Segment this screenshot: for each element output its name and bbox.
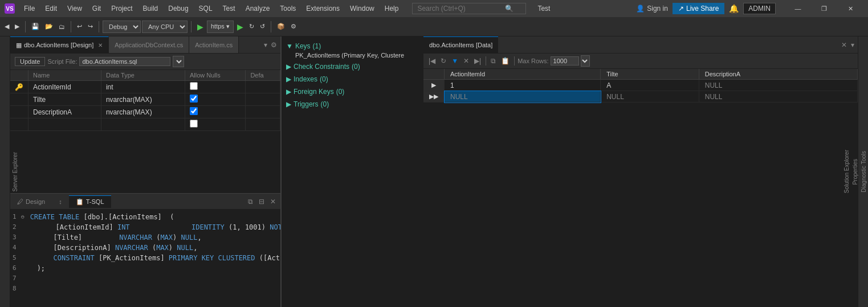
data-tab-dropdown[interactable]: ▾ xyxy=(850,40,855,50)
col-allownulls-cell[interactable] xyxy=(185,118,246,131)
table-row[interactable]: Tilte nvarchar(MAX) xyxy=(10,93,280,106)
table-row[interactable]: 🔑 ActionItemId int xyxy=(10,81,280,93)
col-allownulls-cell[interactable] xyxy=(185,81,246,93)
tab-settings-button[interactable]: ⚙ xyxy=(270,40,278,50)
minimize-button[interactable]: — xyxy=(785,0,811,17)
data-cell-descriptiona-1[interactable]: NULL xyxy=(699,80,857,91)
menu-help[interactable]: Help xyxy=(380,3,404,14)
start-debug-button[interactable]: ▶ xyxy=(195,19,206,34)
play-button-2[interactable]: ▶ xyxy=(235,19,246,34)
update-button[interactable]: Update xyxy=(15,57,45,66)
col-default-cell[interactable] xyxy=(246,106,280,118)
tab-design-actionitems[interactable]: ▦ dbo.ActionItems [Design] ✕ xyxy=(10,36,109,54)
allownulls-checkbox[interactable] xyxy=(190,82,198,90)
tab-tsql[interactable]: 📋 T-SQL xyxy=(69,195,111,208)
menu-file[interactable]: File xyxy=(19,3,39,14)
menu-view[interactable]: View xyxy=(63,3,87,14)
toolbar-nav-forward[interactable]: ▶ xyxy=(13,19,22,34)
menu-build[interactable]: Build xyxy=(138,3,163,14)
git-button[interactable]: ⚙ xyxy=(288,19,299,34)
notifications-icon[interactable]: 🔔 xyxy=(729,4,739,13)
col-name-cell[interactable]: Tilte xyxy=(28,93,101,106)
live-share-button[interactable]: ↗ Live Share xyxy=(673,3,724,14)
col-header-tilte[interactable]: Tilte xyxy=(601,69,699,80)
script-file-select[interactable]: ▾ xyxy=(173,56,184,67)
solution-explorer-label[interactable]: Solution Explorer xyxy=(842,145,851,198)
script-file-input[interactable] xyxy=(79,57,170,66)
data-cell-descriptiona-new[interactable]: NULL xyxy=(699,91,857,103)
max-rows-select[interactable] xyxy=(581,55,590,67)
col-name-cell[interactable]: DescriptionA xyxy=(28,106,101,118)
sql-editor[interactable]: 1 2 3 4 5 6 7 8 ⊖ xyxy=(10,210,280,307)
data-script[interactable]: 📋 xyxy=(499,56,511,66)
col-default-cell[interactable] xyxy=(246,118,280,131)
data-filter[interactable]: ▼ xyxy=(450,56,460,66)
https-selector[interactable]: https ▾ xyxy=(207,21,234,33)
tab-design[interactable]: 🖊 Design xyxy=(10,196,52,207)
menu-test[interactable]: Test xyxy=(218,3,240,14)
data-row-1[interactable]: ▶ 1 A NULL xyxy=(423,80,858,91)
tab-sort[interactable]: ↕ xyxy=(52,196,69,207)
col-datatype-cell[interactable]: nvarchar(MAX) xyxy=(101,93,185,106)
data-filter-clear[interactable]: ✕ xyxy=(462,56,471,66)
server-explorer-label[interactable]: Server Explorer xyxy=(11,148,19,196)
sql-expand-button[interactable]: ⧉ xyxy=(246,197,255,207)
menu-debug[interactable]: Debug xyxy=(164,3,193,14)
data-refresh[interactable]: ↻ xyxy=(439,56,448,66)
toolbar-save-all[interactable]: 🗂 xyxy=(56,19,67,34)
allownulls-checkbox[interactable] xyxy=(190,107,198,115)
data-row-new[interactable]: ▶▶ NULL NULL NULL xyxy=(423,91,858,103)
data-cell-tilte-new[interactable]: NULL xyxy=(601,91,699,103)
tab-dropdown-button[interactable]: ▾ xyxy=(263,40,268,50)
foreign-keys-title[interactable]: ▶ Foreign Keys (0) xyxy=(286,87,419,97)
close-design-tab[interactable]: ✕ xyxy=(98,42,103,48)
check-constraints-title[interactable]: ▶ Check Constraints (0) xyxy=(286,62,419,72)
publish-button[interactable]: 📦 xyxy=(275,19,287,34)
toolbar-redo[interactable]: ↪ xyxy=(85,19,95,34)
col-allownulls-cell[interactable] xyxy=(185,93,246,106)
keys-section-title[interactable]: ▼ Keys (1) xyxy=(286,41,419,51)
data-expand[interactable]: ⧉ xyxy=(489,56,498,66)
menu-extensions[interactable]: Extensions xyxy=(301,3,344,14)
pk-entry[interactable]: PK_ActionItems (Primary Key, Clustere xyxy=(286,51,419,59)
search-input[interactable] xyxy=(417,5,503,13)
attach-button[interactable]: ↺ xyxy=(258,19,267,34)
col-default-cell[interactable] xyxy=(246,93,280,106)
refresh-button[interactable]: ↻ xyxy=(247,19,256,34)
triggers-title[interactable]: ▶ Triggers (0) xyxy=(286,99,419,109)
col-name-cell[interactable] xyxy=(28,118,101,131)
menu-window[interactable]: Window xyxy=(345,3,379,14)
menu-git[interactable]: Git xyxy=(88,3,105,14)
col-datatype-cell[interactable] xyxy=(101,118,185,131)
col-header-descriptiona[interactable]: DescriptionA xyxy=(699,69,857,80)
close-button[interactable]: ✕ xyxy=(837,0,863,17)
menu-project[interactable]: Project xyxy=(107,3,137,14)
allownulls-checkbox[interactable] xyxy=(190,120,198,128)
platform-select[interactable]: Any CPU xyxy=(142,21,188,33)
indexes-title[interactable]: ▶ Indexes (0) xyxy=(286,74,419,84)
toolbar-nav-back[interactable]: ◀ xyxy=(2,19,11,34)
search-box[interactable]: 🔍 xyxy=(412,3,526,14)
col-datatype-cell[interactable]: int xyxy=(101,81,185,93)
menu-sql[interactable]: SQL xyxy=(194,3,217,14)
toolbar-save-group[interactable]: 💾 xyxy=(29,19,42,34)
menu-analyze[interactable]: Analyze xyxy=(241,3,275,14)
diagnostic-tools-label[interactable]: Diagnostic Tools xyxy=(859,146,868,197)
data-cell-actionitemid-1[interactable]: 1 xyxy=(445,80,601,91)
sign-in-button[interactable]: 👤 Sign in xyxy=(636,5,668,13)
data-cell-tilte-1[interactable]: A xyxy=(601,80,699,91)
sql-split-button[interactable]: ⊟ xyxy=(256,197,267,207)
table-row[interactable]: DescriptionA nvarchar(MAX) xyxy=(10,106,280,118)
menu-tools[interactable]: Tools xyxy=(275,3,300,14)
col-name-cell[interactable]: ActionItemId xyxy=(28,81,101,93)
debug-config-select[interactable]: Debug xyxy=(103,21,141,33)
properties-label[interactable]: Properties xyxy=(851,154,859,190)
sql-close-button[interactable]: ✕ xyxy=(268,197,278,207)
col-default-cell[interactable] xyxy=(246,81,280,93)
tab-data-actionitems[interactable]: dbo.ActionItems [Data] xyxy=(423,36,498,54)
table-row[interactable] xyxy=(10,118,280,131)
col-allownulls-cell[interactable] xyxy=(185,106,246,118)
toolbar-open[interactable]: 📂 xyxy=(43,19,55,34)
data-first-row[interactable]: |◀ xyxy=(427,56,437,66)
menu-edit[interactable]: Edit xyxy=(40,3,62,14)
